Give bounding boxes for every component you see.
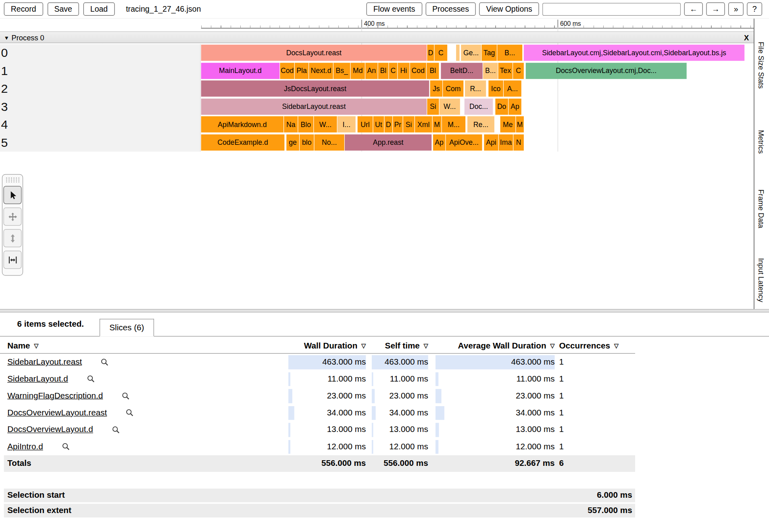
magnifier-icon[interactable] xyxy=(112,426,120,434)
table-row[interactable]: DocsOverviewLayout.d13.000 ms13.000 ms13… xyxy=(0,421,635,438)
trace-slice[interactable]: Bs_ xyxy=(333,63,350,79)
trace-slice[interactable]: Ge... xyxy=(461,45,481,61)
trace-slice[interactable]: W... xyxy=(440,98,460,115)
table-row[interactable]: WarningFlagDescription.d23.000 ms23.000 … xyxy=(0,388,635,405)
trace-slice[interactable]: C xyxy=(513,63,524,79)
trace-slice[interactable]: Hi xyxy=(398,63,409,79)
trace-slice[interactable]: Me xyxy=(500,116,516,132)
trace-slice[interactable]: Ut xyxy=(373,116,384,132)
trace-slice[interactable]: Doc... xyxy=(465,98,493,115)
slice-name-link[interactable]: WarningFlagDescription.d xyxy=(7,391,103,401)
trace-slice[interactable]: Next.d xyxy=(309,63,333,79)
trace-slice[interactable]: C xyxy=(435,45,448,61)
trace-slice[interactable]: W... xyxy=(314,116,337,132)
processes-button[interactable]: Processes xyxy=(425,2,476,16)
palette-drag-grip[interactable] xyxy=(5,177,19,182)
tab-slices[interactable]: Slices (6) xyxy=(100,319,154,337)
find-next-button[interactable]: → xyxy=(706,2,725,16)
trace-slice[interactable]: Pr xyxy=(393,116,402,132)
magnifier-icon[interactable] xyxy=(101,358,109,367)
trace-slice[interactable]: M xyxy=(516,116,523,132)
tab-frame-data[interactable]: Frame Data xyxy=(757,189,766,228)
trace-slice[interactable]: App.reast xyxy=(345,134,431,150)
trace-slice[interactable]: Url xyxy=(358,116,373,132)
trace-slice[interactable]: SidebarLayout.cmj,SidebarLayout.cmi,Side… xyxy=(524,45,744,61)
trace-slice[interactable]: An xyxy=(365,63,377,79)
trace-slice[interactable]: Pla xyxy=(295,63,308,79)
trace-slice[interactable]: Tag xyxy=(481,45,497,61)
trace-slice[interactable]: M... xyxy=(442,116,465,132)
trace-slice[interactable]: Ap xyxy=(508,98,521,115)
trace-slice[interactable]: DocsLayout.reast xyxy=(201,45,427,61)
magnifier-icon[interactable] xyxy=(126,409,134,417)
trace-slice[interactable]: Tex xyxy=(498,63,513,79)
pan-tool-button[interactable] xyxy=(4,207,22,225)
collapse-arrow-icon[interactable]: ▾ xyxy=(5,33,8,41)
trace-slice[interactable]: MainLayout.d xyxy=(201,63,280,79)
trace-slice[interactable]: Bl xyxy=(378,63,389,79)
slice-name-link[interactable]: DocsOverviewLayout.d xyxy=(7,425,93,435)
trace-slice[interactable]: C xyxy=(389,63,397,79)
trace-slice[interactable]: D xyxy=(427,45,434,61)
trace-slice[interactable]: JsDocsLayout.reast xyxy=(201,80,429,96)
trace-slice[interactable]: Blo xyxy=(298,116,313,132)
trace-slice[interactable]: Cod xyxy=(410,63,426,79)
trace-slice[interactable]: Api xyxy=(484,134,498,150)
trace-slice[interactable]: N xyxy=(513,134,524,150)
tab-input-latency[interactable]: Input Latency xyxy=(757,258,766,303)
trace-slice[interactable]: B... xyxy=(483,63,498,79)
trace-slice[interactable]: B... xyxy=(497,45,522,61)
trace-slice[interactable]: SidebarLayout.reast xyxy=(201,98,427,115)
slice-name-link[interactable]: ApiIntro.d xyxy=(7,442,43,451)
trace-slice[interactable]: Md xyxy=(351,63,365,79)
trace-slice[interactable]: ApiOve... xyxy=(446,134,482,150)
trace-slice[interactable] xyxy=(456,45,460,61)
process-close-button[interactable]: X xyxy=(744,33,749,42)
trace-slice[interactable]: DocsOverviewLayout.cmj,Doc... xyxy=(526,63,687,79)
trace-slice[interactable]: CodeExample.d xyxy=(201,134,285,150)
column-header-wall-duration[interactable]: Wall Duration▽ xyxy=(288,338,366,353)
trace-slice[interactable]: Re... xyxy=(467,116,494,132)
tab-file-size-stats[interactable]: File Size Stats xyxy=(757,42,766,89)
trace-slice[interactable]: Si xyxy=(403,116,415,132)
trace-slice[interactable]: I... xyxy=(338,116,356,132)
table-row[interactable]: ApiIntro.d12.000 ms12.000 ms12.000 ms1 xyxy=(0,438,635,455)
trace-slice[interactable]: No... xyxy=(315,134,344,150)
panel-splitter[interactable] xyxy=(0,309,769,313)
trace-slice[interactable]: Cod xyxy=(280,63,294,79)
trace-slice[interactable]: Ico xyxy=(488,80,503,96)
slice-name-link[interactable]: DocsOverviewLayout.reast xyxy=(7,408,107,418)
timing-tool-button[interactable] xyxy=(4,250,22,269)
trace-slice[interactable]: Com xyxy=(443,80,463,96)
slice-name-link[interactable]: SidebarLayout.d xyxy=(7,374,68,384)
trace-slice[interactable]: A... xyxy=(504,80,521,96)
save-button[interactable]: Save xyxy=(47,2,79,16)
table-row[interactable]: SidebarLayout.reast463.000 ms463.000 ms4… xyxy=(0,354,635,371)
record-button[interactable]: Record xyxy=(4,2,43,16)
trace-slice[interactable]: Js xyxy=(430,80,442,96)
column-header-average-wall-duration[interactable]: Average Wall Duration▽ xyxy=(436,338,555,353)
trace-slice[interactable]: Ap xyxy=(433,134,445,150)
trace-slice[interactable]: M xyxy=(433,116,442,132)
tab-metrics[interactable]: Metrics xyxy=(757,130,766,154)
find-input[interactable] xyxy=(542,3,681,16)
column-header-occurrences[interactable]: Occurrences▽ xyxy=(559,338,632,353)
magnifier-icon[interactable] xyxy=(122,392,130,400)
trace-slice[interactable]: ApiMarkdown.d xyxy=(201,116,283,132)
trace-slice[interactable]: Ima xyxy=(499,134,513,150)
zoom-tool-button[interactable] xyxy=(4,229,22,247)
trace-slice[interactable]: Bl xyxy=(427,63,439,79)
trace-slice[interactable]: D xyxy=(385,116,392,132)
timeline-stage[interactable]: 400 ms600 ms ▾ Process 0 X 0DocsLayout.r… xyxy=(0,19,769,309)
trace-slice[interactable]: BeltD... xyxy=(441,63,482,79)
load-button[interactable]: Load xyxy=(83,2,115,16)
trace-slice[interactable]: Si xyxy=(427,98,439,115)
help-button[interactable]: ? xyxy=(747,2,762,16)
view-options-button[interactable]: View Options xyxy=(479,2,539,16)
trace-slice[interactable]: R... xyxy=(465,80,486,96)
trace-slice[interactable]: Do xyxy=(495,98,508,115)
table-row[interactable]: DocsOverviewLayout.reast34.000 ms34.000 … xyxy=(0,405,635,421)
magnifier-icon[interactable] xyxy=(87,375,95,383)
magnifier-icon[interactable] xyxy=(62,442,70,451)
slice-name-link[interactable]: SidebarLayout.reast xyxy=(7,357,82,367)
